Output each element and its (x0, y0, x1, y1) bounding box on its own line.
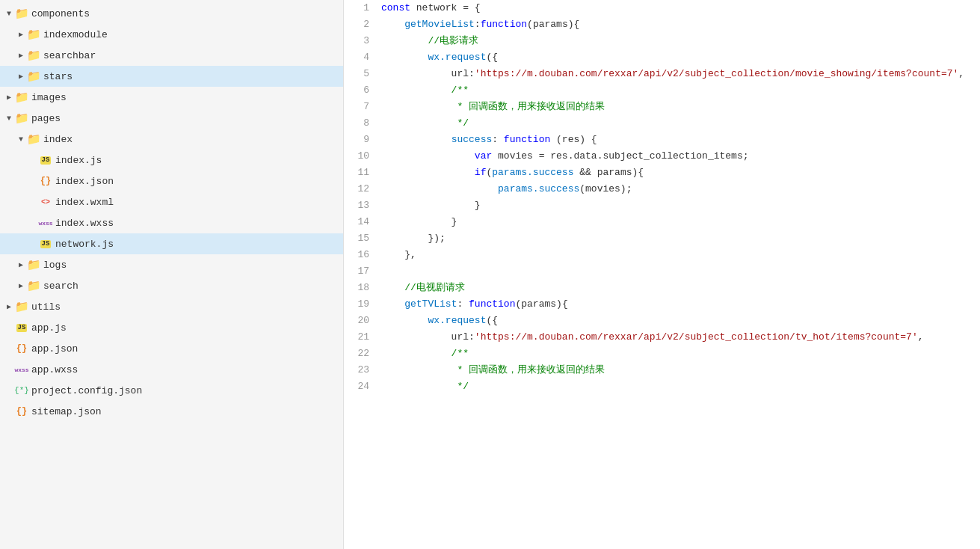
line-number: 17 (344, 263, 381, 280)
line-number: 19 (344, 296, 381, 313)
tree-item-stars[interactable]: ▶📁stars (0, 66, 343, 87)
arrow-icon: ▶ (15, 259, 27, 271)
line-number: 24 (344, 378, 381, 395)
arrow-icon: ▶ (15, 28, 27, 40)
code-row: 13 } (344, 197, 980, 214)
file-icon: 📁 (15, 300, 28, 313)
tree-item-indexmodule[interactable]: ▶📁indexmodule (0, 24, 343, 45)
arrow-icon: ▼ (3, 112, 15, 124)
line-content: success: function (res) { (381, 132, 980, 148)
arrow-icon: ▶ (3, 301, 15, 313)
tree-item-project.config.json[interactable]: {*}project.config.json (0, 380, 343, 401)
code-row: 6 /** (344, 82, 980, 99)
code-row: 10 var movies = res.data.subject_collect… (344, 148, 980, 165)
tree-item-utils[interactable]: ▶📁utils (0, 296, 343, 317)
line-number: 7 (344, 99, 381, 115)
tree-item-index[interactable]: ▼📁index (0, 129, 343, 150)
file-icon: 📁 (15, 111, 28, 125)
line-content: url:'https://m.douban.com/rexxar/api/v2/… (381, 329, 980, 346)
tree-item-index.js[interactable]: JSindex.js (0, 150, 343, 171)
tree-item-index.json[interactable]: {}index.json (0, 171, 343, 191)
arrow-icon (3, 322, 15, 334)
tree-item-label: network.js (55, 239, 114, 250)
file-tree[interactable]: ▼📁components▶📁indexmodule▶📁searchbar▶📁st… (0, 0, 344, 549)
file-icon: 📁 (27, 132, 40, 146)
code-row: 3 //电影请求 (344, 33, 980, 49)
file-icon: 📁 (27, 279, 40, 292)
line-number: 4 (344, 49, 381, 66)
tree-item-label: stars (43, 71, 73, 82)
line-number: 21 (344, 329, 381, 346)
tree-item-app.wxss[interactable]: wxssapp.wxss (0, 359, 343, 380)
tree-item-pages[interactable]: ▼📁pages (0, 108, 343, 129)
arrow-icon: ▼ (3, 7, 15, 19)
line-content: //电影请求 (381, 33, 980, 49)
line-number: 23 (344, 362, 381, 378)
arrow-icon (27, 238, 39, 250)
tree-item-label: index (43, 134, 73, 145)
file-icon: JS (39, 153, 52, 167)
line-content: var movies = res.data.subject_collection… (381, 148, 980, 165)
tree-item-label: app.json (31, 343, 78, 355)
line-content: /** (381, 346, 980, 362)
arrow-icon (3, 384, 15, 396)
code-row: 24 */ (344, 378, 980, 395)
arrow-icon (27, 217, 39, 229)
tree-item-index.wxss[interactable]: wxssindex.wxss (0, 212, 343, 233)
tree-item-logs[interactable]: ▶📁logs (0, 254, 343, 275)
arrow-icon (27, 196, 39, 208)
file-icon: {*} (15, 384, 28, 397)
tree-item-label: app.wxss (31, 364, 78, 375)
code-row: 21 url:'https://m.douban.com/rexxar/api/… (344, 329, 980, 346)
code-row: 17 (344, 263, 980, 280)
line-content: params.success(movies); (381, 181, 980, 197)
code-row: 4 wx.request({ (344, 49, 980, 66)
file-icon: 📁 (15, 7, 28, 20)
line-content: wx.request({ (381, 49, 980, 66)
tree-item-label: utils (31, 301, 61, 313)
tree-item-label: components (31, 8, 90, 19)
file-icon: 📁 (27, 49, 40, 62)
line-content: getMovieList:function(params){ (381, 16, 980, 33)
file-icon: JS (15, 321, 28, 334)
tree-item-label: images (31, 92, 67, 103)
line-number: 12 (344, 181, 381, 197)
tree-item-images[interactable]: ▶📁images (0, 87, 343, 108)
tree-item-components[interactable]: ▼📁components (0, 3, 343, 24)
line-content: //电视剧请求 (381, 280, 980, 296)
line-content: const network = { (381, 0, 980, 16)
tree-item-label: logs (43, 260, 67, 271)
file-icon: {} (39, 174, 52, 188)
tree-item-searchbar[interactable]: ▶📁searchbar (0, 45, 343, 66)
code-row: 19 getTVList: function(params){ (344, 296, 980, 313)
file-icon: {} (15, 405, 28, 418)
tree-item-app.js[interactable]: JSapp.js (0, 317, 343, 338)
line-number: 15 (344, 230, 381, 247)
tree-item-network.js[interactable]: JSnetwork.js (0, 233, 343, 254)
tree-item-index.wxml[interactable]: <>index.wxml (0, 191, 343, 212)
line-number: 9 (344, 132, 381, 148)
code-lines: 1const network = {2 getMovieList:functio… (344, 0, 980, 395)
tree-item-search[interactable]: ▶📁search (0, 275, 343, 296)
arrow-icon: ▶ (3, 91, 15, 103)
line-number: 5 (344, 66, 381, 82)
arrow-icon (3, 343, 15, 355)
code-row: 8 */ (344, 115, 980, 132)
tree-item-label: indexmodule (43, 29, 108, 40)
tree-item-label: searchbar (43, 50, 96, 61)
arrow-icon (3, 364, 15, 375)
code-row: 9 success: function (res) { (344, 132, 980, 148)
tree-item-label: index.wxss (55, 218, 114, 229)
line-number: 14 (344, 214, 381, 230)
code-row: 7 * 回调函数，用来接收返回的结果 (344, 99, 980, 115)
arrow-icon (3, 405, 15, 417)
tree-item-sitemap.json[interactable]: {}sitemap.json (0, 401, 343, 422)
tree-item-label: pages (31, 113, 61, 124)
tree-item-app.json[interactable]: {}app.json (0, 338, 343, 359)
line-content: if(params.success && params){ (381, 165, 980, 181)
file-icon: wxss (15, 363, 28, 376)
arrow-icon (27, 154, 39, 166)
line-number: 6 (344, 82, 381, 99)
tree-item-label: index.wxml (55, 197, 114, 208)
file-icon: 📁 (27, 258, 40, 272)
